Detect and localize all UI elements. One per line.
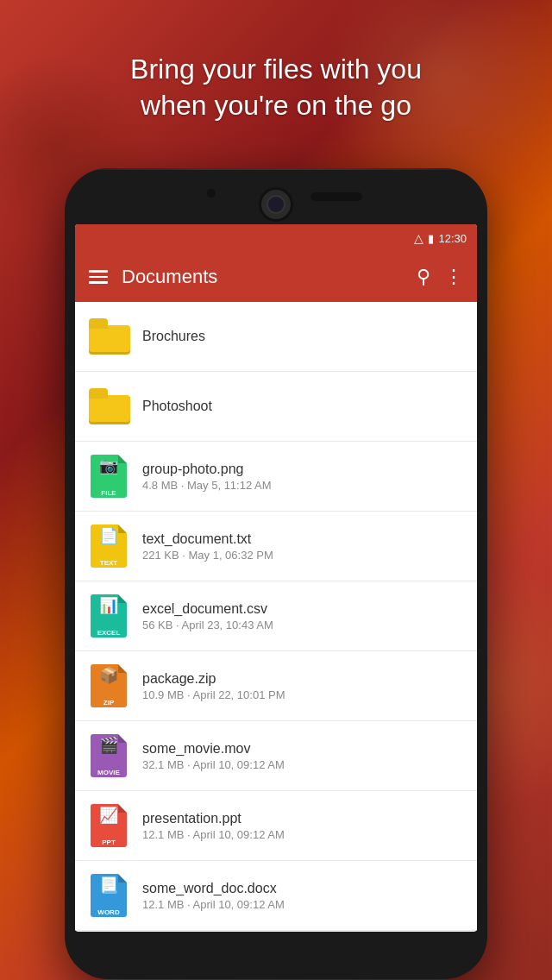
- file-doc-icon: 📷 File: [89, 454, 129, 499]
- file-name: some_movie.mov: [142, 741, 463, 757]
- list-item[interactable]: 📈 PPT presentation.ppt 12.1 MB · April 1…: [75, 791, 477, 861]
- file-info: some_movie.mov 32.1 MB · April 10, 09:12…: [142, 741, 463, 771]
- folder-icon: [89, 314, 129, 359]
- list-item[interactable]: 📄 Text text_document.txt 221 KB · May 1,…: [75, 512, 477, 581]
- list-item[interactable]: 📦 ZIP package.zip 10.9 MB · April 22, 10…: [75, 651, 477, 721]
- file-doc-icon: 📦 ZIP: [89, 663, 129, 708]
- list-item[interactable]: Photoshoot: [75, 372, 477, 442]
- file-name: some_word_doc.docx: [142, 881, 463, 896]
- file-name: excel_document.csv: [142, 601, 463, 617]
- file-info: excel_document.csv 56 KB · April 23, 10:…: [142, 601, 463, 631]
- file-info: text_document.txt 221 KB · May 1, 06:32 …: [142, 531, 463, 562]
- file-name: Brochures: [142, 329, 463, 344]
- list-item[interactable]: 🎬 Movie some_movie.mov 32.1 MB · April 1…: [75, 721, 477, 791]
- file-info: Brochures: [142, 329, 463, 344]
- list-item[interactable]: 📊 Excel excel_document.csv 56 KB · April…: [75, 581, 477, 651]
- file-doc-icon: 📃 Word: [89, 873, 129, 918]
- file-name: group-photo.png: [142, 462, 463, 477]
- battery-icon: ▮: [428, 232, 434, 245]
- file-meta: 32.1 MB · April 10, 09:12 AM: [142, 758, 463, 771]
- file-doc-icon: 📄 Text: [89, 524, 129, 569]
- file-name: presentation.ppt: [142, 811, 463, 826]
- file-doc-icon: 📈 PPT: [89, 803, 129, 848]
- phone-speaker: [310, 192, 362, 201]
- phone-frame: △ ▮ 12:30 Documents ⚲ ⋮: [65, 168, 487, 979]
- file-meta: 12.1 MB · April 10, 09:12 AM: [142, 828, 463, 841]
- status-time: 12:30: [438, 232, 467, 245]
- file-info: Photoshoot: [142, 399, 463, 414]
- file-doc-icon: 🎬 Movie: [89, 733, 129, 778]
- list-item[interactable]: 📷 File group-photo.png 4.8 MB · May 5, 1…: [75, 442, 477, 512]
- file-info: group-photo.png 4.8 MB · May 5, 11:12 AM: [142, 462, 463, 492]
- status-bar: △ ▮ 12:30: [75, 224, 477, 252]
- app-bar-title: Documents: [122, 266, 403, 288]
- file-meta: 4.8 MB · May 5, 11:12 AM: [142, 479, 463, 492]
- hero-section: Bring your files with you when you're on…: [0, 52, 552, 123]
- file-meta: 12.1 MB · April 10, 09:12 AM: [142, 898, 463, 911]
- file-meta: 221 KB · May 1, 06:32 PM: [142, 549, 463, 562]
- list-item[interactable]: 📃 Word some_word_doc.docx 12.1 MB · Apri…: [75, 861, 477, 931]
- list-item[interactable]: Brochures: [75, 302, 477, 372]
- phone-screen: △ ▮ 12:30 Documents ⚲ ⋮: [75, 224, 477, 932]
- file-info: package.zip 10.9 MB · April 22, 10:01 PM: [142, 671, 463, 701]
- file-info: presentation.ppt 12.1 MB · April 10, 09:…: [142, 811, 463, 841]
- file-doc-icon: 📊 Excel: [89, 594, 129, 638]
- wifi-icon: △: [414, 231, 423, 245]
- file-meta: 10.9 MB · April 22, 10:01 PM: [142, 688, 463, 701]
- file-meta: 56 KB · April 23, 10:43 AM: [142, 619, 463, 631]
- status-icons: △ ▮ 12:30: [414, 231, 467, 245]
- app-bar: Documents ⚲ ⋮: [75, 252, 477, 302]
- search-icon[interactable]: ⚲: [417, 266, 430, 288]
- file-name: Photoshoot: [142, 399, 463, 414]
- folder-icon: [89, 384, 129, 429]
- more-options-icon[interactable]: ⋮: [444, 266, 463, 288]
- hamburger-menu[interactable]: [89, 270, 108, 284]
- file-info: some_word_doc.docx 12.1 MB · April 10, 0…: [142, 881, 463, 911]
- file-list: Brochures Photoshoot 📷 File: [75, 302, 477, 931]
- file-name: text_document.txt: [142, 531, 463, 547]
- hero-title: Bring your files with you when you're on…: [0, 52, 552, 123]
- phone-camera: [259, 187, 293, 222]
- file-name: package.zip: [142, 671, 463, 687]
- phone-earpiece: [207, 189, 216, 198]
